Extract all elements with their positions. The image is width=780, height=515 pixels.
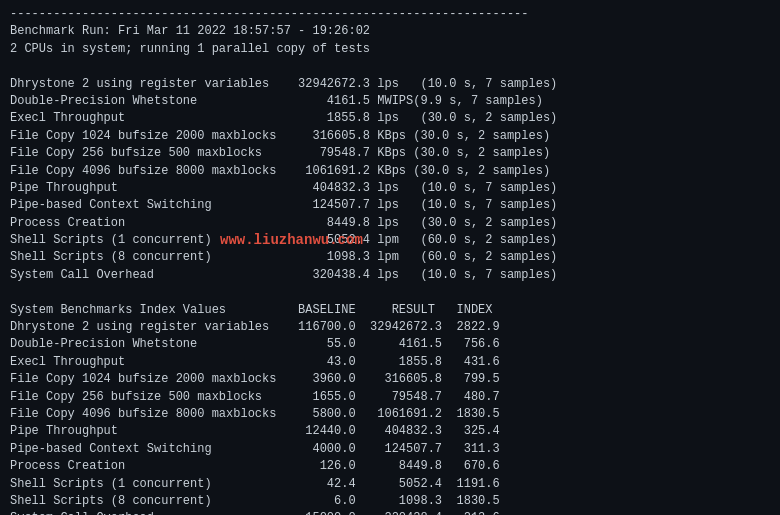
terminal: ----------------------------------------… — [10, 6, 770, 509]
terminal-content: ----------------------------------------… — [10, 6, 770, 515]
